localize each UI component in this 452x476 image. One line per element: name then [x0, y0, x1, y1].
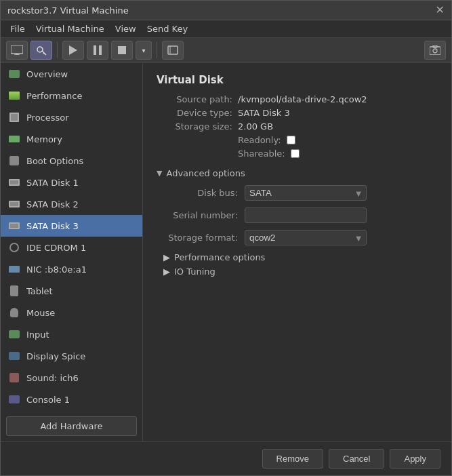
content-title: Virtual Disk — [157, 74, 438, 86]
sidebar-item-sound[interactable]: Sound: ich6 — [1, 367, 142, 389]
close-button[interactable]: ✕ — [436, 5, 445, 16]
toolbar-dropdown-btn[interactable]: ▾ — [136, 41, 152, 60]
sidebar-item-ide-cdrom-1[interactable]: IDE CDROM 1 — [1, 237, 142, 258]
svg-rect-12 — [430, 47, 440, 55]
sidebar-label-sata-disk-2: SATA Disk 2 — [26, 199, 79, 210]
sidebar-label-sound: Sound: ich6 — [26, 373, 79, 383]
sidebar-label-memory: Memory — [26, 134, 62, 144]
sidebar-item-sata-disk-1[interactable]: SATA Disk 1 — [1, 172, 142, 193]
sata-disk-1-icon — [7, 176, 21, 189]
sidebar: Overview Performance Processor Memory Bo… — [1, 63, 143, 441]
sidebar-label-input: Input — [26, 330, 49, 340]
advanced-options-toggle[interactable]: ▼ Advanced options — [157, 168, 438, 178]
sidebar-item-sata-disk-3[interactable]: SATA Disk 3 — [1, 215, 142, 237]
io-tuning-arrow: ▶ — [163, 266, 170, 277]
toolbar-separator-1 — [57, 42, 58, 58]
readonly-label: Readonly: — [238, 135, 287, 145]
disk-bus-row: Disk bus: SATA IDE VirtIO USB SD — [157, 185, 438, 201]
sidebar-item-console[interactable]: Console 1 — [1, 389, 142, 410]
monitor-toolbar-btn[interactable] — [6, 41, 28, 60]
memory-icon — [7, 132, 21, 146]
source-path-label: Source path: — [157, 94, 238, 104]
disk-bus-select-wrapper: SATA IDE VirtIO USB SD — [245, 185, 367, 201]
toolbar-separator-2 — [157, 42, 157, 58]
svg-rect-9 — [118, 46, 126, 54]
sidebar-item-performance[interactable]: Performance — [1, 85, 142, 106]
screenshot-toolbar-btn[interactable] — [424, 41, 446, 60]
menu-view[interactable]: View — [111, 22, 140, 35]
menubar: File Virtual Machine View Send Key — [1, 20, 451, 38]
play-icon — [69, 45, 77, 55]
performance-icon — [7, 89, 21, 102]
overview-icon — [7, 67, 21, 81]
remove-button[interactable]: Remove — [262, 449, 323, 469]
sidebar-item-mouse[interactable]: Mouse — [1, 302, 142, 323]
sata-disk-2-icon — [7, 197, 21, 211]
stop-toolbar-btn[interactable] — [111, 41, 133, 60]
shareable-checkbox[interactable] — [291, 149, 300, 158]
menu-send-key[interactable]: Send Key — [143, 22, 192, 35]
sidebar-item-processor[interactable]: Processor — [1, 106, 142, 128]
input-icon — [7, 328, 21, 341]
sidebar-item-overview[interactable]: Overview — [1, 63, 142, 85]
sidebar-item-sata-disk-2[interactable]: SATA Disk 2 — [1, 193, 142, 215]
main-window: rockstor3.7 Virtual Machine ✕ File Virtu… — [0, 0, 452, 476]
sidebar-item-channel-qemu-ga[interactable]: Channel qemu-ga — [1, 410, 142, 411]
add-hardware-button[interactable]: Add Hardware — [6, 416, 137, 436]
display-icon — [7, 349, 21, 363]
sidebar-label-console: Console 1 — [26, 395, 70, 405]
shareable-label: Shareable: — [238, 148, 291, 159]
readonly-row: Readonly: — [238, 135, 438, 145]
pause-toolbar-btn[interactable] — [87, 41, 108, 60]
performance-options-toggle[interactable]: ▶ Performance options — [163, 252, 438, 262]
sidebar-item-nic[interactable]: NIC :b8:0e:a1 — [1, 258, 142, 280]
storage-format-select-wrapper: qcow2 raw vmdk — [245, 230, 367, 245]
main-area: Overview Performance Processor Memory Bo… — [1, 63, 451, 441]
sidebar-label-boot-options: Boot Options — [26, 156, 83, 166]
sidebar-label-nic: NIC :b8:0e:a1 — [26, 264, 87, 275]
disk-bus-select[interactable]: SATA IDE VirtIO USB SD — [245, 185, 367, 201]
processor-icon — [7, 111, 21, 124]
sidebar-label-ide-cdrom-1: IDE CDROM 1 — [26, 243, 86, 253]
sidebar-label-mouse: Mouse — [26, 308, 55, 318]
advanced-options-arrow: ▼ — [157, 169, 162, 178]
screenshot-icon — [430, 45, 440, 55]
serial-number-input[interactable] — [245, 207, 367, 223]
sidebar-label-display-spice: Display Spice — [26, 351, 85, 361]
cancel-button[interactable]: Cancel — [329, 449, 384, 469]
sidebar-label-processor: Processor — [26, 113, 69, 123]
play-toolbar-btn[interactable] — [62, 41, 84, 60]
sidebar-list: Overview Performance Processor Memory Bo… — [1, 63, 142, 411]
storage-format-row: Storage format: qcow2 raw vmdk — [157, 230, 438, 245]
storage-format-label: Storage format: — [157, 233, 245, 243]
console-icon — [7, 393, 21, 406]
sidebar-label-tablet: Tablet — [26, 286, 53, 296]
storage-size-value: 2.00 GB — [238, 121, 273, 132]
apply-button[interactable]: Apply — [390, 449, 440, 469]
device-type-row: Device type: SATA Disk 3 — [157, 108, 438, 118]
sidebar-item-input[interactable]: Input — [1, 323, 142, 345]
storage-size-row: Storage size: 2.00 GB — [157, 121, 438, 132]
sidebar-item-boot-options[interactable]: Boot Options — [1, 150, 142, 172]
svg-rect-10 — [168, 46, 178, 54]
advanced-options-section: ▼ Advanced options Disk bus: SATA IDE Vi… — [157, 168, 438, 277]
sidebar-item-display-spice[interactable]: Display Spice — [1, 345, 142, 367]
settings-toolbar-btn[interactable] — [30, 41, 52, 60]
perf-options-arrow: ▶ — [163, 252, 170, 262]
sidebar-item-tablet[interactable]: Tablet — [1, 280, 142, 302]
stop-icon — [118, 46, 126, 54]
fullscreen-toolbar-btn[interactable] — [162, 41, 184, 60]
toolbar: ▾ — [1, 38, 451, 63]
storage-format-select[interactable]: qcow2 raw vmdk — [245, 230, 367, 245]
sidebar-item-memory[interactable]: Memory — [1, 128, 142, 150]
sata-disk-3-icon — [7, 219, 21, 233]
readonly-checkbox[interactable] — [287, 136, 295, 144]
device-type-label: Device type: — [157, 108, 238, 118]
sidebar-label-overview: Overview — [26, 69, 68, 79]
menu-virtual-machine[interactable]: Virtual Machine — [32, 22, 108, 35]
svg-point-3 — [37, 47, 43, 52]
menu-file[interactable]: File — [6, 22, 29, 35]
svg-point-13 — [433, 49, 437, 53]
sidebar-label-sata-disk-1: SATA Disk 1 — [26, 178, 79, 188]
io-tuning-toggle[interactable]: ▶ IO Tuning — [163, 266, 438, 277]
